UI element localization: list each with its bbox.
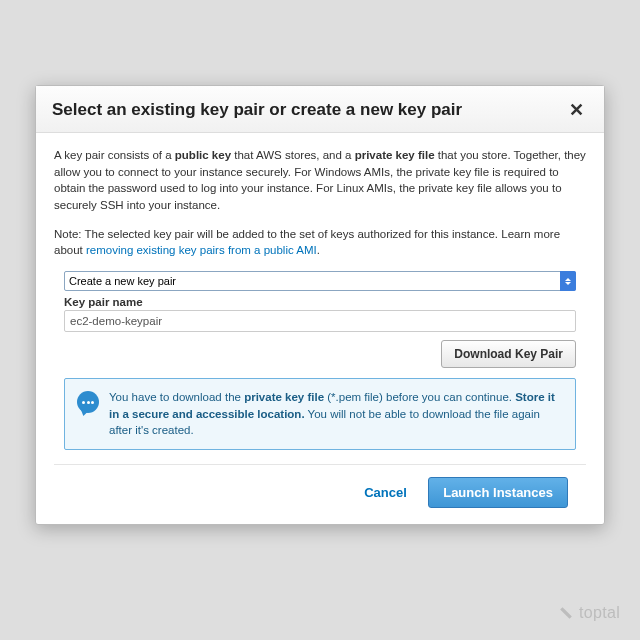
key-pair-name-label: Key pair name (64, 296, 576, 308)
text-bold: private key file (355, 149, 435, 161)
modal-footer: Cancel Launch Instances (54, 464, 586, 524)
remove-keypairs-link[interactable]: removing existing key pairs from a publi… (86, 244, 317, 256)
text-bold: public key (175, 149, 231, 161)
modal-body: A key pair consists of a public key that… (36, 133, 604, 450)
text-bold: private key file (244, 391, 324, 403)
text: (*.pem file) before you can continue. (324, 391, 515, 403)
modal-title: Select an existing key pair or create a … (52, 100, 462, 120)
key-pair-form: Create a new key pair Key pair name Down… (54, 271, 586, 368)
toptal-logo-icon (559, 606, 573, 620)
launch-instances-button[interactable]: Launch Instances (428, 477, 568, 508)
key-pair-action-select-wrap: Create a new key pair (64, 271, 576, 291)
text: that AWS stores, and a (231, 149, 355, 161)
text: You have to download the (109, 391, 244, 403)
modal-header: Select an existing key pair or create a … (36, 86, 604, 133)
key-pair-action-select[interactable]: Create a new key pair (64, 271, 576, 291)
description-paragraph-1: A key pair consists of a public key that… (54, 147, 586, 214)
text: A key pair consists of a (54, 149, 175, 161)
cancel-button[interactable]: Cancel (364, 485, 407, 500)
info-text: You have to download the private key fil… (109, 389, 563, 439)
download-row: Download Key Pair (64, 340, 576, 368)
close-icon[interactable]: ✕ (565, 101, 588, 119)
watermark: toptal (559, 604, 620, 622)
chat-bubble-icon (77, 391, 99, 413)
info-callout: You have to download the private key fil… (64, 378, 576, 450)
text: . (317, 244, 320, 256)
download-key-pair-button[interactable]: Download Key Pair (441, 340, 576, 368)
description-paragraph-2: Note: The selected key pair will be adde… (54, 226, 586, 259)
watermark-text: toptal (579, 604, 620, 622)
key-pair-modal: Select an existing key pair or create a … (35, 85, 605, 525)
key-pair-name-input[interactable] (64, 310, 576, 332)
